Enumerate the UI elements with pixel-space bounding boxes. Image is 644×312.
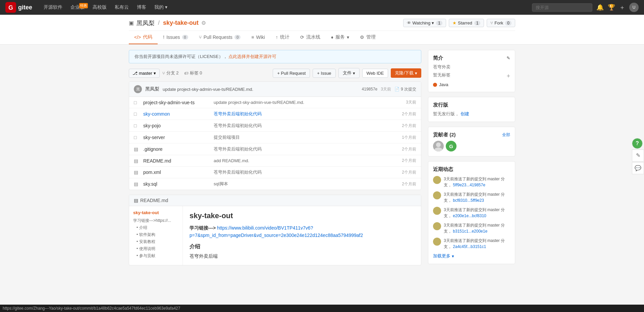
file-link[interactable]: README.md xyxy=(143,158,171,164)
branch-selector[interactable]: ⎇ master ▾ xyxy=(129,69,160,78)
tab-services[interactable]: ♦ 服务 ▾ xyxy=(326,31,355,44)
file-link[interactable]: .gitignore xyxy=(143,146,163,152)
toc-sub-item: 使用说明 xyxy=(137,245,178,252)
commit-time: 3天前 xyxy=(381,86,391,92)
tab-wiki[interactable]: ≡ Wiki xyxy=(246,31,270,44)
file-link[interactable]: sky-server xyxy=(143,135,165,140)
tag-add-button[interactable]: + xyxy=(506,73,510,79)
contributors-all-link[interactable]: 全部 xyxy=(502,132,510,138)
file-link[interactable]: project-sky-admin-vue-ts xyxy=(143,100,195,105)
activity-link[interactable]: e200e1e...bcf8310 xyxy=(453,213,486,218)
float-buttons: ? ✎ 💬 xyxy=(632,138,644,174)
navbar-logo[interactable]: G gitee xyxy=(5,2,32,13)
trophy-icon[interactable]: 🏆 xyxy=(608,4,615,11)
commit-hash-link[interactable]: 419857e xyxy=(362,87,378,91)
repo-name-link[interactable]: sky-take-out xyxy=(163,19,199,26)
readme-learn-link-para: 学习链接---> https://www.bilibili.com/video/… xyxy=(190,224,414,239)
file-name-cell: pom.xml xyxy=(143,170,210,175)
file-name-cell: README.md xyxy=(143,158,210,164)
file-time: 2个月前 xyxy=(389,146,416,152)
file-time: 2个月前 xyxy=(389,123,416,129)
release-section-title: 发行版 xyxy=(433,102,510,108)
activity-link[interactable]: 2a4c45f...b3151c1 xyxy=(453,244,486,249)
file-link[interactable]: pom.xml xyxy=(143,170,161,175)
tab-issues[interactable]: ! Issues 0 xyxy=(158,31,193,44)
web-ide-button[interactable]: Web IDE xyxy=(362,69,388,78)
nav-university[interactable]: 高校版 xyxy=(89,2,110,12)
eye-icon: 👁 xyxy=(407,20,411,25)
nav-enterprise[interactable]: 企业版 特惠 xyxy=(67,2,88,12)
file-link[interactable]: sky.sql xyxy=(143,181,157,187)
sidebar-contributors-card: 贡献者 (2) 全部 G xyxy=(428,127,515,157)
commit-message: update project-sky-admin-vue-ts/README.m… xyxy=(163,87,359,92)
toc-title[interactable]: sky-take-out xyxy=(133,210,178,215)
fork-icon: ⑂ xyxy=(490,20,493,25)
commit-author-avatar: 黑 xyxy=(134,85,142,93)
repo-toolbar: ⎇ master ▾ ⑂ 分支 2 🏷 标签 0 + Pull Request … xyxy=(129,68,421,78)
issue-button[interactable]: + Issue xyxy=(313,69,335,78)
repo-title: ▣ 黑凤梨 / sky-take-out ⚙ xyxy=(129,19,206,27)
tab-code[interactable]: </> 代码 xyxy=(129,31,158,44)
readme-learn-label: 学习链接---> xyxy=(190,225,216,231)
watch-button[interactable]: 👁 Watching ▾ 1 xyxy=(403,19,446,27)
file-name-cell: .gitignore xyxy=(143,146,210,152)
intro-edit-icon[interactable]: ✎ xyxy=(506,56,510,61)
svg-text:G: G xyxy=(8,4,13,11)
repo-settings-icon[interactable]: ⚙ xyxy=(201,20,206,26)
file-row: ▤ .gitignore 苍穹外卖后端初始化代码 2个月前 xyxy=(129,143,421,155)
lang-label: Java xyxy=(439,82,448,87)
release-empty-text: 暂无发行版， xyxy=(433,111,459,116)
edit-float-button[interactable]: ✎ xyxy=(632,149,644,162)
tab-pipeline[interactable]: ⟳ 流水线 xyxy=(295,31,326,44)
star-button[interactable]: ★ Starred 1 xyxy=(449,19,484,27)
nav-open-source[interactable]: 开源软件 xyxy=(40,2,66,12)
clone-button[interactable]: 克隆/下载 ▾ xyxy=(391,68,421,78)
nav-private-cloud[interactable]: 私有云 xyxy=(111,2,132,12)
file-link[interactable]: sky-pojo xyxy=(143,123,161,128)
repo-slash: / xyxy=(158,19,160,26)
activity-link[interactable]: 5ff9e23...419857e xyxy=(453,183,485,187)
load-more-link[interactable]: 加载更多 ▾ xyxy=(433,253,510,259)
activity-title: 近期动态 xyxy=(433,166,510,173)
toc-item: 学习链接--->https://... xyxy=(133,217,178,224)
repo-owner-link[interactable]: 黑凤梨 xyxy=(137,19,155,27)
tab-manage[interactable]: ⚙ 管理 xyxy=(355,31,381,44)
commit-history-icon: 📄 xyxy=(394,87,399,91)
chat-float-button[interactable]: 💬 xyxy=(632,162,644,174)
search-input[interactable] xyxy=(532,3,592,12)
file-button[interactable]: 文件 ▾ xyxy=(338,68,360,78)
activity-link[interactable]: bcf8310...5ff9e23 xyxy=(453,198,484,203)
branches-count: ⑂ 分支 2 xyxy=(162,70,179,76)
readme-body: sky-take-out 学习链接--->https://... 介绍 软件架构… xyxy=(129,206,421,265)
help-float-button[interactable]: ? xyxy=(632,138,643,149)
fork-button[interactable]: ⑂ Fork 0 xyxy=(487,19,515,27)
contributors-avatars: G xyxy=(433,141,510,151)
file-icon: ▤ xyxy=(134,170,140,175)
nav-blog[interactable]: 博客 xyxy=(133,2,150,12)
nav-my[interactable]: 我的 ▾ xyxy=(151,2,171,12)
activity-text: 3天前推送了新的提交到 master 分支， 5ff9e23...419857e xyxy=(444,176,510,188)
release-create-link[interactable]: 创建 xyxy=(461,111,469,116)
contributor-avatar[interactable]: G xyxy=(446,141,457,151)
commit-row: 黑 黑凤梨 update project-sky-admin-vue-ts/RE… xyxy=(129,82,421,97)
file-link[interactable]: sky-common xyxy=(143,111,170,117)
pull-request-button[interactable]: + Pull Request xyxy=(273,69,310,78)
license-link[interactable]: 点此选择并创建开源许可 xyxy=(228,54,276,59)
file-icon: ▤ xyxy=(134,158,140,164)
readme-learn-url[interactable]: https://www.bilibili.com/video/BV1TP411v… xyxy=(190,225,363,238)
tab-stats[interactable]: ↑ 统计 xyxy=(270,31,295,44)
activity-item: 3天前推送了新的提交到 master 分支， bcf8310...5ff9e23 xyxy=(433,191,510,203)
enterprise-badge: 特惠 xyxy=(79,3,88,8)
activity-link[interactable]: b3151c1...e200e1e xyxy=(453,229,487,234)
stats-tab-icon: ↑ xyxy=(276,35,278,40)
add-icon[interactable]: ＋ xyxy=(619,3,625,11)
contributor-avatar[interactable] xyxy=(433,141,444,151)
language-row: Java xyxy=(433,82,510,87)
folder-icon: □ xyxy=(134,123,140,128)
svg-point-2 xyxy=(436,142,441,147)
toc-sub-item: 参与贡献 xyxy=(137,252,178,259)
notification-icon[interactable]: 🔔 xyxy=(596,4,604,11)
user-avatar[interactable]: U xyxy=(629,3,639,12)
tab-pull-requests[interactable]: ⑂ Pull Requests 0 xyxy=(194,31,246,44)
activity-text: 3天前推送了新的提交到 master 分支， bcf8310...5ff9e23 xyxy=(444,191,510,203)
